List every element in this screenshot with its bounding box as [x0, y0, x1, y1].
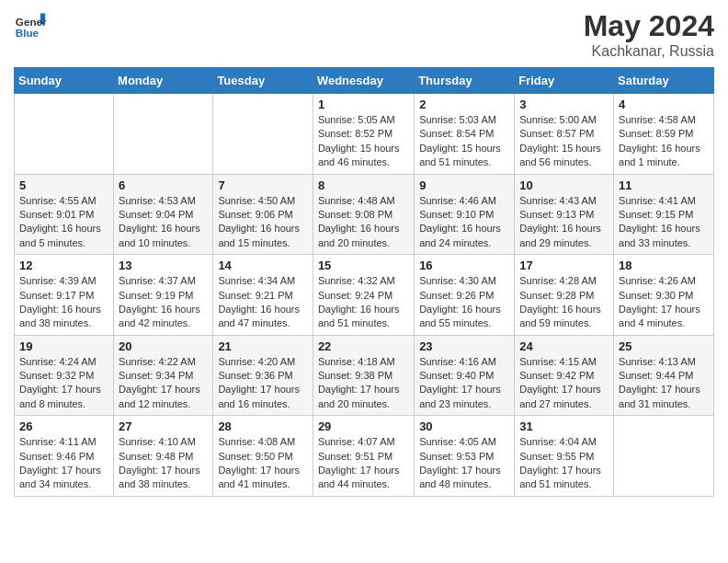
day-number: 26	[19, 419, 108, 433]
day-number: 10	[519, 178, 609, 192]
calendar-cell: 31Sunrise: 4:04 AMSunset: 9:55 PMDayligh…	[515, 416, 614, 497]
calendar-week-row: 12Sunrise: 4:39 AMSunset: 9:17 PMDayligh…	[15, 255, 714, 336]
day-number: 18	[619, 259, 709, 272]
calendar-cell: 8Sunrise: 4:48 AMSunset: 9:08 PMDaylight…	[313, 174, 414, 255]
day-info: Sunrise: 5:00 AMSunset: 8:57 PMDaylight:…	[519, 113, 609, 170]
calendar-cell: 1Sunrise: 5:05 AMSunset: 8:52 PMDaylight…	[313, 94, 414, 175]
day-number: 16	[419, 259, 509, 272]
day-number: 8	[318, 178, 409, 192]
calendar-cell: 15Sunrise: 4:32 AMSunset: 9:24 PMDayligh…	[313, 255, 414, 336]
day-info: Sunrise: 4:07 AMSunset: 9:51 PMDaylight:…	[318, 435, 409, 492]
calendar-cell: 16Sunrise: 4:30 AMSunset: 9:26 PMDayligh…	[415, 255, 515, 336]
calendar-week-row: 26Sunrise: 4:11 AMSunset: 9:46 PMDayligh…	[15, 416, 714, 497]
day-info: Sunrise: 4:22 AMSunset: 9:34 PMDaylight:…	[119, 355, 208, 412]
calendar-cell: 3Sunrise: 5:00 AMSunset: 8:57 PMDaylight…	[515, 94, 614, 175]
day-info: Sunrise: 4:20 AMSunset: 9:36 PMDaylight:…	[218, 355, 308, 412]
month-year: May 2024	[584, 9, 714, 43]
calendar-cell: 4Sunrise: 4:58 AMSunset: 8:59 PMDaylight…	[614, 94, 714, 175]
day-info: Sunrise: 4:34 AMSunset: 9:21 PMDaylight:…	[218, 274, 308, 331]
day-number: 22	[318, 339, 409, 353]
calendar-cell	[114, 94, 213, 175]
day-number: 2	[419, 98, 509, 111]
calendar-cell: 12Sunrise: 4:39 AMSunset: 9:17 PMDayligh…	[15, 255, 114, 336]
day-info: Sunrise: 4:11 AMSunset: 9:46 PMDaylight:…	[19, 435, 108, 492]
col-header-wednesday: Wednesday	[313, 68, 414, 94]
day-info: Sunrise: 4:48 AMSunset: 9:08 PMDaylight:…	[318, 194, 409, 251]
calendar-cell: 23Sunrise: 4:16 AMSunset: 9:40 PMDayligh…	[415, 335, 515, 416]
day-info: Sunrise: 4:13 AMSunset: 9:44 PMDaylight:…	[619, 355, 709, 412]
day-number: 25	[619, 339, 709, 353]
calendar-cell: 19Sunrise: 4:24 AMSunset: 9:32 PMDayligh…	[15, 335, 114, 416]
col-header-sunday: Sunday	[15, 68, 114, 94]
calendar-cell: 30Sunrise: 4:05 AMSunset: 9:53 PMDayligh…	[415, 416, 515, 497]
day-info: Sunrise: 5:05 AMSunset: 8:52 PMDaylight:…	[318, 113, 409, 170]
location: Kachkanar, Russia	[584, 43, 714, 60]
calendar-cell: 11Sunrise: 4:41 AMSunset: 9:15 PMDayligh…	[614, 174, 714, 255]
day-info: Sunrise: 4:50 AMSunset: 9:06 PMDaylight:…	[218, 194, 308, 251]
calendar-cell: 18Sunrise: 4:26 AMSunset: 9:30 PMDayligh…	[614, 255, 714, 336]
calendar-cell: 6Sunrise: 4:53 AMSunset: 9:04 PMDaylight…	[114, 174, 213, 255]
logo: General Blue	[14, 9, 47, 42]
day-info: Sunrise: 4:58 AMSunset: 8:59 PMDaylight:…	[619, 113, 709, 170]
day-info: Sunrise: 4:39 AMSunset: 9:17 PMDaylight:…	[19, 274, 108, 331]
page-header: General Blue May 2024 Kachkanar, Russia	[14, 9, 714, 60]
col-header-thursday: Thursday	[415, 68, 515, 94]
day-info: Sunrise: 4:28 AMSunset: 9:28 PMDaylight:…	[519, 274, 609, 331]
calendar-cell: 26Sunrise: 4:11 AMSunset: 9:46 PMDayligh…	[15, 416, 114, 497]
day-number: 7	[218, 178, 308, 192]
calendar-cell: 5Sunrise: 4:55 AMSunset: 9:01 PMDaylight…	[15, 174, 114, 255]
day-number: 17	[519, 259, 609, 272]
day-number: 28	[218, 419, 308, 433]
day-info: Sunrise: 4:30 AMSunset: 9:26 PMDaylight:…	[419, 274, 509, 331]
day-info: Sunrise: 5:03 AMSunset: 8:54 PMDaylight:…	[419, 113, 509, 170]
calendar-cell: 25Sunrise: 4:13 AMSunset: 9:44 PMDayligh…	[614, 335, 714, 416]
calendar-cell: 10Sunrise: 4:43 AMSunset: 9:13 PMDayligh…	[515, 174, 614, 255]
day-number: 3	[519, 98, 609, 111]
day-number: 20	[119, 339, 208, 353]
calendar-cell: 29Sunrise: 4:07 AMSunset: 9:51 PMDayligh…	[313, 416, 414, 497]
day-number: 15	[318, 259, 409, 272]
calendar-cell: 9Sunrise: 4:46 AMSunset: 9:10 PMDaylight…	[415, 174, 515, 255]
day-info: Sunrise: 4:05 AMSunset: 9:53 PMDaylight:…	[419, 435, 509, 492]
calendar-cell: 17Sunrise: 4:28 AMSunset: 9:28 PMDayligh…	[515, 255, 614, 336]
calendar-cell: 7Sunrise: 4:50 AMSunset: 9:06 PMDaylight…	[213, 174, 313, 255]
calendar-cell	[213, 94, 313, 175]
day-info: Sunrise: 4:32 AMSunset: 9:24 PMDaylight:…	[318, 274, 409, 331]
day-number: 24	[519, 339, 609, 353]
day-number: 31	[519, 419, 609, 433]
col-header-friday: Friday	[515, 68, 614, 94]
day-number: 5	[19, 178, 108, 192]
calendar-cell: 14Sunrise: 4:34 AMSunset: 9:21 PMDayligh…	[213, 255, 313, 336]
day-number: 11	[619, 178, 709, 192]
day-info: Sunrise: 4:41 AMSunset: 9:15 PMDaylight:…	[619, 194, 709, 251]
day-number: 1	[318, 98, 409, 111]
svg-text:Blue: Blue	[16, 27, 40, 39]
day-number: 12	[19, 259, 108, 272]
day-info: Sunrise: 4:18 AMSunset: 9:38 PMDaylight:…	[318, 355, 409, 412]
calendar-cell: 27Sunrise: 4:10 AMSunset: 9:48 PMDayligh…	[114, 416, 213, 497]
day-number: 21	[218, 339, 308, 353]
calendar-cell: 28Sunrise: 4:08 AMSunset: 9:50 PMDayligh…	[213, 416, 313, 497]
col-header-monday: Monday	[114, 68, 213, 94]
day-number: 30	[419, 419, 509, 433]
day-number: 27	[119, 419, 208, 433]
day-info: Sunrise: 4:04 AMSunset: 9:55 PMDaylight:…	[519, 435, 609, 492]
day-info: Sunrise: 4:55 AMSunset: 9:01 PMDaylight:…	[19, 194, 108, 251]
calendar-cell: 24Sunrise: 4:15 AMSunset: 9:42 PMDayligh…	[515, 335, 614, 416]
title-block: May 2024 Kachkanar, Russia	[584, 9, 714, 60]
calendar-cell: 13Sunrise: 4:37 AMSunset: 9:19 PMDayligh…	[114, 255, 213, 336]
day-number: 13	[119, 259, 208, 272]
calendar-week-row: 19Sunrise: 4:24 AMSunset: 9:32 PMDayligh…	[15, 335, 714, 416]
calendar-cell: 20Sunrise: 4:22 AMSunset: 9:34 PMDayligh…	[114, 335, 213, 416]
day-number: 14	[218, 259, 308, 272]
col-header-saturday: Saturday	[614, 68, 714, 94]
day-info: Sunrise: 4:24 AMSunset: 9:32 PMDaylight:…	[19, 355, 108, 412]
logo-icon: General Blue	[14, 9, 47, 42]
col-header-tuesday: Tuesday	[213, 68, 313, 94]
calendar-week-row: 5Sunrise: 4:55 AMSunset: 9:01 PMDaylight…	[15, 174, 714, 255]
calendar-cell: 21Sunrise: 4:20 AMSunset: 9:36 PMDayligh…	[213, 335, 313, 416]
calendar-table: SundayMondayTuesdayWednesdayThursdayFrid…	[14, 67, 714, 497]
day-info: Sunrise: 4:43 AMSunset: 9:13 PMDaylight:…	[519, 194, 609, 251]
day-number: 29	[318, 419, 409, 433]
day-info: Sunrise: 4:16 AMSunset: 9:40 PMDaylight:…	[419, 355, 509, 412]
